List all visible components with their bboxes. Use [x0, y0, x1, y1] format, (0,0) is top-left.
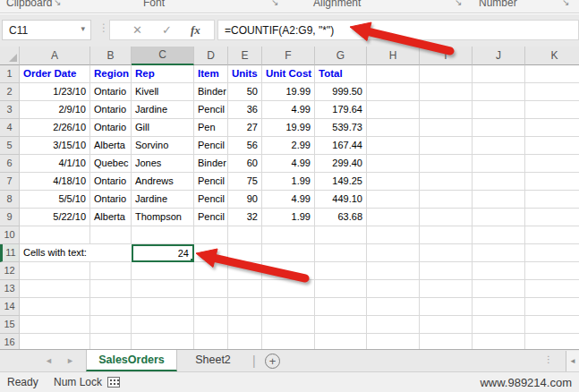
cell-I5[interactable]: [420, 137, 473, 155]
cell-F8[interactable]: 4.99: [262, 191, 315, 209]
tabbar-grip-icon[interactable]: ⋮: [544, 354, 554, 364]
formula-bar-grip-icon[interactable]: ⋮: [98, 21, 108, 34]
cell-B5[interactable]: Alberta: [90, 137, 132, 155]
column-header-F[interactable]: F: [262, 47, 315, 65]
row-header-15[interactable]: 15: [0, 316, 20, 334]
cell-H13[interactable]: [367, 280, 420, 298]
cell-B6[interactable]: Quebec: [90, 155, 132, 173]
cell-F15[interactable]: [262, 316, 315, 334]
cell-B13[interactable]: [90, 280, 132, 298]
cell-C16[interactable]: [132, 334, 194, 349]
cell-F11[interactable]: [262, 244, 315, 262]
cell-G7[interactable]: 149.25: [315, 173, 367, 191]
cell-C8[interactable]: Jardine: [132, 191, 194, 209]
cell-G11[interactable]: [315, 244, 367, 262]
cell-E3[interactable]: 36: [228, 101, 262, 119]
row-header-8[interactable]: 8: [0, 191, 20, 209]
column-header-A[interactable]: A: [20, 47, 90, 65]
cell-D3[interactable]: Pencil: [194, 101, 228, 119]
cell-B12[interactable]: [90, 262, 132, 280]
alignment-dialog-launcher-icon[interactable]: ↘: [455, 0, 462, 7]
cell-H4[interactable]: [367, 119, 420, 137]
insert-function-icon[interactable]: fx: [191, 23, 200, 38]
cell-I2[interactable]: [420, 83, 473, 101]
cell-J6[interactable]: [473, 155, 525, 173]
column-header-G[interactable]: G: [315, 47, 367, 65]
cell-J14[interactable]: [473, 298, 525, 316]
cell-F13[interactable]: [262, 280, 315, 298]
cell-G16[interactable]: [315, 334, 367, 349]
cell-B16[interactable]: [90, 334, 132, 349]
cell-E4[interactable]: 27: [228, 119, 262, 137]
cell-D7[interactable]: Pencil: [194, 173, 228, 191]
row-header-4[interactable]: 4: [0, 119, 20, 137]
row-header-2[interactable]: 2: [0, 83, 20, 101]
cell-I7[interactable]: [420, 173, 473, 191]
cell-E10[interactable]: [228, 226, 262, 244]
cell-D16[interactable]: [194, 334, 228, 349]
cell-E15[interactable]: [228, 316, 262, 334]
column-header-D[interactable]: D: [194, 47, 228, 65]
cell-G12[interactable]: [315, 262, 367, 280]
cell-K8[interactable]: [525, 191, 579, 209]
cell-K7[interactable]: [525, 173, 579, 191]
cell-H12[interactable]: [367, 262, 420, 280]
cell-G13[interactable]: [315, 280, 367, 298]
cell-F9[interactable]: 1.99: [262, 209, 315, 226]
font-dialog-launcher-icon[interactable]: ↘: [271, 0, 278, 7]
cell-E11[interactable]: [228, 244, 262, 262]
cell-A7[interactable]: 4/18/10: [20, 173, 90, 191]
cell-F4[interactable]: 19.99: [262, 119, 315, 137]
cell-C4[interactable]: Gill: [132, 119, 194, 137]
column-header-J[interactable]: J: [473, 47, 525, 65]
cell-G3[interactable]: 179.64: [315, 101, 367, 119]
cell-K2[interactable]: [525, 83, 579, 101]
cell-B14[interactable]: [90, 298, 132, 316]
cell-K11[interactable]: [525, 244, 579, 262]
formula-input[interactable]: =COUNTIF(A2:G9, "*"): [217, 20, 579, 40]
column-header-B[interactable]: B: [90, 47, 132, 65]
cell-G4[interactable]: 539.73: [315, 119, 367, 137]
column-header-H[interactable]: H: [367, 47, 420, 65]
horizontal-scroll-left-icon[interactable]: ◄: [566, 351, 579, 371]
cell-D14[interactable]: [194, 298, 228, 316]
cell-G14[interactable]: [315, 298, 367, 316]
cell-B2[interactable]: Ontario: [90, 83, 132, 101]
cell-C7[interactable]: Andrews: [132, 173, 194, 191]
cell-C15[interactable]: [132, 316, 194, 334]
cell-J5[interactable]: [473, 137, 525, 155]
cell-G5[interactable]: 167.44: [315, 137, 367, 155]
cell-J3[interactable]: [473, 101, 525, 119]
cell-I4[interactable]: [420, 119, 473, 137]
cell-K14[interactable]: [525, 298, 579, 316]
cell-D12[interactable]: [194, 262, 228, 280]
cell-B1[interactable]: Region: [90, 65, 132, 83]
cell-B8[interactable]: Ontario: [90, 191, 132, 209]
cell-K13[interactable]: [525, 280, 579, 298]
cell-H9[interactable]: [367, 209, 420, 226]
cell-D13[interactable]: [194, 280, 228, 298]
row-header-16[interactable]: 16: [0, 334, 20, 349]
sheet-nav-left-icon[interactable]: ◄: [45, 356, 53, 365]
cell-B11[interactable]: [90, 244, 132, 262]
cell-G8[interactable]: 449.10: [315, 191, 367, 209]
tab-sheet2[interactable]: Sheet2: [179, 350, 247, 371]
cell-D9[interactable]: Pencil: [194, 209, 228, 226]
cell-F1[interactable]: Unit Cost: [262, 65, 315, 83]
cell-I6[interactable]: [420, 155, 473, 173]
cell-E2[interactable]: 50: [228, 83, 262, 101]
cell-H11[interactable]: [367, 244, 420, 262]
cell-A9[interactable]: 5/22/10: [20, 209, 90, 226]
cell-A10[interactable]: [20, 226, 90, 244]
cell-E12[interactable]: [228, 262, 262, 280]
cell-H5[interactable]: [367, 137, 420, 155]
column-header-E[interactable]: E: [228, 47, 262, 65]
cell-D10[interactable]: [194, 226, 228, 244]
cell-I14[interactable]: [420, 298, 473, 316]
new-sheet-button[interactable]: +: [265, 354, 280, 369]
cell-C1[interactable]: Rep: [132, 65, 194, 83]
cell-G10[interactable]: [315, 226, 367, 244]
cell-A5[interactable]: 3/15/10: [20, 137, 90, 155]
cell-A6[interactable]: 4/1/10: [20, 155, 90, 173]
cell-C11[interactable]: 24: [132, 244, 194, 262]
